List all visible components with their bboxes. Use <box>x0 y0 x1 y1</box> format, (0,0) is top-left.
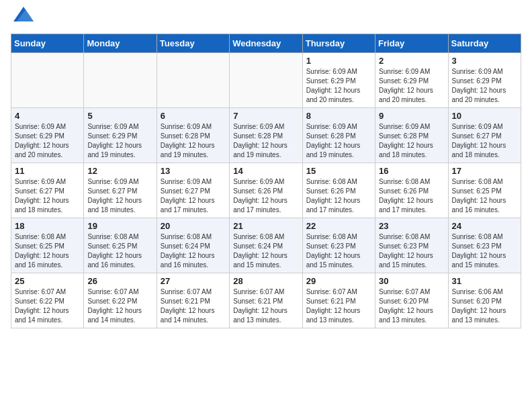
day-number: 6 <box>161 111 226 121</box>
day-info: Sunrise: 6:09 AM Sunset: 6:27 PM Dayligh… <box>15 177 80 215</box>
calendar-cell: 22Sunrise: 6:08 AM Sunset: 6:23 PM Dayli… <box>302 218 375 273</box>
calendar-week-row: 11Sunrise: 6:09 AM Sunset: 6:27 PM Dayli… <box>11 163 521 218</box>
day-info: Sunrise: 6:08 AM Sunset: 6:23 PM Dayligh… <box>306 232 371 270</box>
day-number: 24 <box>452 221 517 231</box>
day-number: 28 <box>233 276 298 286</box>
weekday-header-wednesday: Wednesday <box>230 34 302 53</box>
day-info: Sunrise: 6:09 AM Sunset: 6:29 PM Dayligh… <box>452 67 517 105</box>
calendar-cell: 20Sunrise: 6:08 AM Sunset: 6:24 PM Dayli… <box>157 218 229 273</box>
day-number: 25 <box>15 276 80 286</box>
calendar-cell: 30Sunrise: 6:07 AM Sunset: 6:20 PM Dayli… <box>375 273 448 328</box>
calendar-cell <box>11 53 84 108</box>
day-info: Sunrise: 6:08 AM Sunset: 6:24 PM Dayligh… <box>233 232 298 270</box>
day-info: Sunrise: 6:09 AM Sunset: 6:28 PM Dayligh… <box>379 122 444 160</box>
weekday-header-monday: Monday <box>84 34 157 53</box>
day-number: 16 <box>379 166 444 176</box>
day-number: 21 <box>233 221 298 231</box>
day-info: Sunrise: 6:08 AM Sunset: 6:23 PM Dayligh… <box>452 232 517 270</box>
calendar-week-row: 4Sunrise: 6:09 AM Sunset: 6:29 PM Daylig… <box>11 108 521 163</box>
calendar-week-row: 18Sunrise: 6:08 AM Sunset: 6:25 PM Dayli… <box>11 218 521 273</box>
day-info: Sunrise: 6:08 AM Sunset: 6:26 PM Dayligh… <box>306 177 371 215</box>
day-number: 10 <box>452 111 517 121</box>
calendar-cell: 6Sunrise: 6:09 AM Sunset: 6:28 PM Daylig… <box>157 108 229 163</box>
day-number: 14 <box>233 166 298 176</box>
calendar-week-row: 25Sunrise: 6:07 AM Sunset: 6:22 PM Dayli… <box>11 273 521 328</box>
day-number: 5 <box>87 111 152 121</box>
day-info: Sunrise: 6:07 AM Sunset: 6:22 PM Dayligh… <box>87 287 152 325</box>
calendar-cell: 5Sunrise: 6:09 AM Sunset: 6:29 PM Daylig… <box>84 108 157 163</box>
calendar-cell: 13Sunrise: 6:09 AM Sunset: 6:27 PM Dayli… <box>157 163 229 218</box>
day-info: Sunrise: 6:07 AM Sunset: 6:22 PM Dayligh… <box>15 287 80 325</box>
calendar-table: SundayMondayTuesdayWednesdayThursdayFrid… <box>11 34 521 328</box>
calendar-cell <box>157 53 229 108</box>
calendar-cell: 12Sunrise: 6:09 AM Sunset: 6:27 PM Dayli… <box>84 163 157 218</box>
calendar-cell <box>84 53 157 108</box>
day-number: 22 <box>306 221 371 231</box>
calendar-cell: 19Sunrise: 6:08 AM Sunset: 6:25 PM Dayli… <box>84 218 157 273</box>
calendar-cell: 16Sunrise: 6:08 AM Sunset: 6:26 PM Dayli… <box>375 163 448 218</box>
weekday-header-friday: Friday <box>375 34 448 53</box>
day-number: 18 <box>15 221 80 231</box>
calendar-cell: 9Sunrise: 6:09 AM Sunset: 6:28 PM Daylig… <box>375 108 448 163</box>
day-info: Sunrise: 6:09 AM Sunset: 6:29 PM Dayligh… <box>379 67 444 105</box>
day-info: Sunrise: 6:09 AM Sunset: 6:28 PM Dayligh… <box>306 122 371 160</box>
day-info: Sunrise: 6:08 AM Sunset: 6:25 PM Dayligh… <box>87 232 152 270</box>
weekday-header-thursday: Thursday <box>302 34 375 53</box>
day-number: 17 <box>452 166 517 176</box>
day-info: Sunrise: 6:07 AM Sunset: 6:21 PM Dayligh… <box>233 287 298 325</box>
day-number: 12 <box>87 166 152 176</box>
day-number: 2 <box>379 56 444 66</box>
day-info: Sunrise: 6:08 AM Sunset: 6:26 PM Dayligh… <box>379 177 444 215</box>
day-info: Sunrise: 6:09 AM Sunset: 6:26 PM Dayligh… <box>233 177 298 215</box>
day-info: Sunrise: 6:08 AM Sunset: 6:24 PM Dayligh… <box>161 232 226 270</box>
day-info: Sunrise: 6:09 AM Sunset: 6:28 PM Dayligh… <box>233 122 298 160</box>
day-number: 8 <box>306 111 371 121</box>
day-number: 19 <box>87 221 152 231</box>
day-number: 13 <box>161 166 226 176</box>
day-info: Sunrise: 6:08 AM Sunset: 6:23 PM Dayligh… <box>379 232 444 270</box>
weekday-header-tuesday: Tuesday <box>157 34 229 53</box>
page-header <box>11 11 521 26</box>
calendar-week-row: 1Sunrise: 6:09 AM Sunset: 6:29 PM Daylig… <box>11 53 521 108</box>
day-number: 30 <box>379 276 444 286</box>
calendar-cell: 21Sunrise: 6:08 AM Sunset: 6:24 PM Dayli… <box>230 218 302 273</box>
calendar-cell: 29Sunrise: 6:07 AM Sunset: 6:21 PM Dayli… <box>302 273 375 328</box>
calendar-header-row: SundayMondayTuesdayWednesdayThursdayFrid… <box>11 34 521 53</box>
calendar-cell: 23Sunrise: 6:08 AM Sunset: 6:23 PM Dayli… <box>375 218 448 273</box>
day-info: Sunrise: 6:09 AM Sunset: 6:29 PM Dayligh… <box>15 122 80 160</box>
day-info: Sunrise: 6:07 AM Sunset: 6:21 PM Dayligh… <box>161 287 226 325</box>
day-number: 1 <box>306 56 371 66</box>
day-info: Sunrise: 6:09 AM Sunset: 6:27 PM Dayligh… <box>452 122 517 160</box>
calendar-cell: 25Sunrise: 6:07 AM Sunset: 6:22 PM Dayli… <box>11 273 84 328</box>
day-info: Sunrise: 6:09 AM Sunset: 6:27 PM Dayligh… <box>87 177 152 215</box>
logo <box>11 11 34 26</box>
calendar-cell: 15Sunrise: 6:08 AM Sunset: 6:26 PM Dayli… <box>302 163 375 218</box>
day-info: Sunrise: 6:09 AM Sunset: 6:28 PM Dayligh… <box>161 122 226 160</box>
calendar-cell: 31Sunrise: 6:06 AM Sunset: 6:20 PM Dayli… <box>448 273 521 328</box>
calendar-cell: 14Sunrise: 6:09 AM Sunset: 6:26 PM Dayli… <box>230 163 302 218</box>
day-number: 3 <box>452 56 517 66</box>
day-info: Sunrise: 6:08 AM Sunset: 6:25 PM Dayligh… <box>15 232 80 270</box>
weekday-header-saturday: Saturday <box>448 34 521 53</box>
calendar-cell: 24Sunrise: 6:08 AM Sunset: 6:23 PM Dayli… <box>448 218 521 273</box>
weekday-header-sunday: Sunday <box>11 34 84 53</box>
day-number: 27 <box>161 276 226 286</box>
calendar-cell: 27Sunrise: 6:07 AM Sunset: 6:21 PM Dayli… <box>157 273 229 328</box>
day-number: 23 <box>379 221 444 231</box>
day-info: Sunrise: 6:08 AM Sunset: 6:25 PM Dayligh… <box>452 177 517 215</box>
calendar-cell: 17Sunrise: 6:08 AM Sunset: 6:25 PM Dayli… <box>448 163 521 218</box>
calendar-cell: 3Sunrise: 6:09 AM Sunset: 6:29 PM Daylig… <box>448 53 521 108</box>
calendar-cell <box>230 53 302 108</box>
day-info: Sunrise: 6:07 AM Sunset: 6:20 PM Dayligh… <box>379 287 444 325</box>
day-info: Sunrise: 6:09 AM Sunset: 6:29 PM Dayligh… <box>87 122 152 160</box>
calendar-cell: 2Sunrise: 6:09 AM Sunset: 6:29 PM Daylig… <box>375 53 448 108</box>
day-number: 4 <box>15 111 80 121</box>
day-number: 20 <box>161 221 226 231</box>
day-number: 29 <box>306 276 371 286</box>
calendar-cell: 7Sunrise: 6:09 AM Sunset: 6:28 PM Daylig… <box>230 108 302 163</box>
day-number: 26 <box>87 276 152 286</box>
day-number: 9 <box>379 111 444 121</box>
day-number: 7 <box>233 111 298 121</box>
calendar-cell: 18Sunrise: 6:08 AM Sunset: 6:25 PM Dayli… <box>11 218 84 273</box>
day-info: Sunrise: 6:07 AM Sunset: 6:21 PM Dayligh… <box>306 287 371 325</box>
